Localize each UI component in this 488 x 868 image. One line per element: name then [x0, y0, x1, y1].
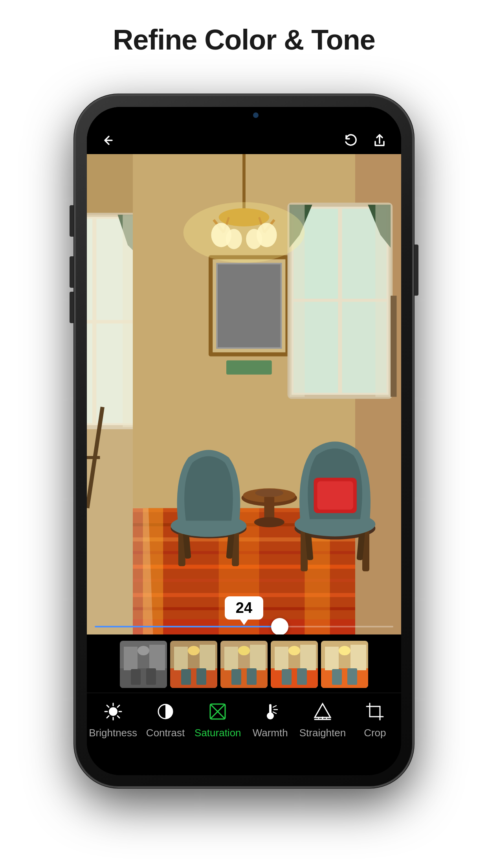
svg-rect-109	[297, 668, 307, 685]
svg-point-114	[339, 646, 350, 655]
phone-screen: 24	[87, 107, 401, 775]
svg-rect-116	[347, 668, 357, 685]
svg-line-122	[107, 705, 109, 707]
slider-thumb[interactable]	[271, 618, 288, 634]
svg-point-131	[267, 712, 274, 719]
svg-rect-90	[170, 668, 217, 688]
svg-marker-135	[315, 704, 330, 717]
share-button[interactable]	[372, 133, 387, 148]
undo-button[interactable]	[343, 133, 358, 148]
svg-rect-83	[120, 668, 167, 688]
svg-line-124	[117, 705, 119, 707]
svg-point-107	[288, 646, 300, 655]
phone-body: 24	[75, 95, 413, 787]
warmth-icon	[259, 700, 282, 723]
thumbnail-4[interactable]	[271, 641, 318, 688]
crop-label: Crop	[364, 727, 386, 739]
room-scene	[87, 154, 401, 634]
svg-rect-101	[231, 669, 241, 685]
svg-rect-85	[149, 645, 165, 670]
svg-rect-84	[124, 647, 138, 670]
contrast-label: Contrast	[146, 727, 185, 739]
svg-rect-72	[317, 481, 353, 509]
toolbar-item-straighten[interactable]: Straighten	[296, 700, 349, 739]
svg-rect-106	[300, 645, 316, 670]
svg-rect-113	[350, 645, 366, 670]
notch	[189, 107, 299, 123]
svg-rect-91	[174, 647, 188, 670]
slider-fill	[95, 626, 280, 627]
svg-point-77	[255, 489, 283, 497]
svg-rect-111	[321, 668, 368, 688]
contrast-icon	[154, 700, 177, 723]
toolbar-item-crop[interactable]: Crop	[349, 700, 401, 739]
thumbnail-3[interactable]	[220, 641, 268, 688]
page-title: Refine Color & Tone	[113, 24, 375, 56]
svg-rect-36	[218, 264, 281, 347]
svg-rect-112	[325, 647, 339, 670]
toolbar-item-warmth[interactable]: Warmth	[244, 700, 296, 739]
toolbar-item-brightness[interactable]: Brightness	[87, 700, 139, 739]
svg-rect-95	[196, 668, 206, 685]
saturation-label: Saturation	[194, 727, 241, 739]
svg-rect-92	[200, 645, 215, 670]
svg-point-58	[183, 202, 305, 263]
slider-overlay: 24	[87, 587, 401, 634]
svg-rect-88	[146, 668, 156, 685]
top-bar-left	[101, 133, 116, 148]
warmth-label: Warmth	[253, 727, 288, 739]
svg-rect-37	[226, 360, 272, 375]
svg-rect-99	[250, 645, 266, 670]
top-bar-right	[343, 133, 387, 148]
svg-rect-87	[131, 669, 141, 685]
toolbar: Brightness Contrast	[87, 693, 401, 775]
svg-point-100	[238, 646, 250, 655]
toolbar-item-contrast[interactable]: Contrast	[139, 700, 191, 739]
thumbnail-2[interactable]	[170, 641, 217, 688]
brightness-icon	[102, 700, 125, 723]
photo-area: 24	[87, 154, 401, 634]
svg-rect-105	[275, 647, 288, 670]
slider-track-container	[87, 626, 401, 627]
svg-rect-81	[391, 296, 396, 397]
svg-point-76	[254, 517, 284, 528]
straighten-icon	[311, 700, 334, 723]
svg-line-123	[117, 716, 119, 718]
svg-line-132	[273, 706, 276, 707]
svg-line-125	[107, 716, 109, 718]
svg-point-86	[138, 646, 149, 655]
saturation-icon	[206, 700, 229, 723]
svg-rect-98	[224, 647, 238, 670]
svg-rect-94	[181, 669, 191, 685]
svg-rect-115	[332, 669, 342, 685]
svg-line-134	[273, 712, 276, 714]
svg-rect-104	[271, 668, 318, 688]
brightness-label: Brightness	[89, 727, 137, 739]
svg-point-93	[188, 646, 200, 655]
slider-value-bubble: 24	[225, 596, 263, 620]
thumbnail-5[interactable]	[321, 641, 368, 688]
thumbnail-1[interactable]	[120, 641, 167, 688]
svg-rect-47	[375, 205, 391, 397]
svg-rect-102	[247, 668, 257, 685]
back-button[interactable]	[101, 133, 116, 148]
slider-track[interactable]	[95, 626, 393, 627]
toolbar-item-saturation[interactable]: Saturation	[192, 700, 244, 739]
svg-rect-130	[269, 704, 272, 714]
phone-wrapper: 24	[75, 75, 413, 807]
svg-rect-97	[220, 668, 268, 688]
svg-rect-108	[282, 669, 292, 685]
crop-icon	[363, 700, 386, 723]
front-camera	[253, 112, 259, 118]
thumbnail-strip	[87, 634, 401, 693]
straighten-label: Straighten	[299, 727, 346, 739]
svg-point-117	[109, 708, 117, 715]
